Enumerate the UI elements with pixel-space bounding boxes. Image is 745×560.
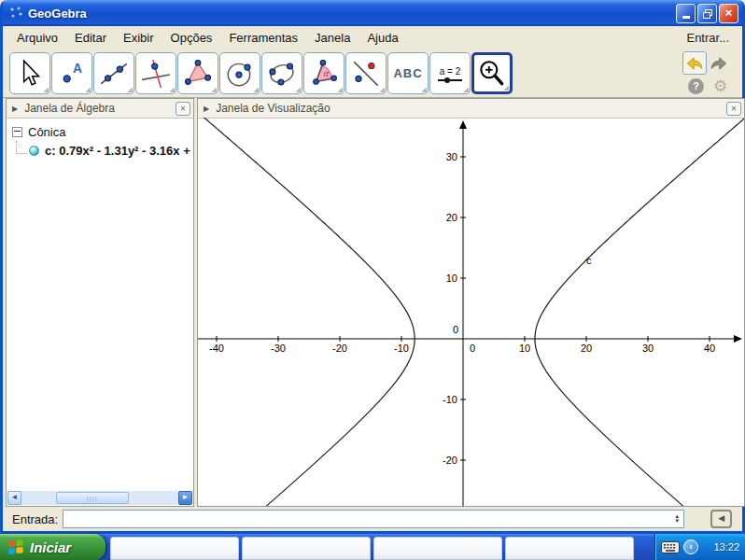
minimize-button[interactable] bbox=[676, 4, 696, 23]
graphics-canvas[interactable]: -40-30-20-1010203040302010-10-2000c bbox=[198, 118, 744, 506]
titlebar[interactable]: GeoGebra × bbox=[3, 0, 742, 26]
tool-slider[interactable]: a = 2 ◢ bbox=[429, 52, 471, 94]
svg-text:0: 0 bbox=[453, 324, 458, 335]
start-button[interactable]: Iniciar bbox=[0, 534, 105, 560]
menu-items: ArquivoEditarExibirOpçõesFerramentasJane… bbox=[8, 28, 407, 48]
restore-button[interactable] bbox=[697, 4, 717, 23]
input-label: Entrada: bbox=[12, 512, 58, 526]
ellipse-icon bbox=[266, 58, 298, 90]
menu-item-5[interactable]: Ferramentas bbox=[220, 28, 306, 48]
taskbar-window-button[interactable] bbox=[242, 537, 371, 560]
menu-item-6[interactable]: Janela bbox=[306, 28, 358, 48]
graphics-panel-title: Janela de Visualização bbox=[216, 102, 330, 115]
close-icon: × bbox=[725, 5, 733, 21]
object-visibility-sphere-icon[interactable] bbox=[29, 146, 39, 156]
taskbar-window-button[interactable] bbox=[110, 537, 239, 560]
menu-item-2[interactable]: Editar bbox=[66, 28, 115, 48]
circle-icon bbox=[224, 58, 256, 90]
input-help-toggle-button[interactable]: ◀ bbox=[710, 510, 732, 528]
line-icon bbox=[98, 58, 130, 90]
svg-text:30: 30 bbox=[446, 151, 457, 162]
tool-move[interactable]: ◢ bbox=[9, 52, 50, 94]
perpendicular-line-icon bbox=[140, 58, 172, 90]
system-tray: ‹ 13:22 bbox=[654, 534, 745, 560]
tool-dropdown-arrow[interactable]: ◢ bbox=[170, 86, 175, 92]
tool-dropdown-arrow[interactable]: ◢ bbox=[44, 86, 49, 92]
svg-text:-20: -20 bbox=[332, 343, 347, 354]
taskbar-window-button[interactable] bbox=[373, 537, 502, 560]
scroll-left-button[interactable]: ◄ bbox=[7, 491, 21, 505]
svg-text:-10: -10 bbox=[394, 343, 409, 354]
graphics-close-button[interactable]: × bbox=[726, 102, 741, 116]
tool-text[interactable]: ABC ◢ bbox=[387, 52, 429, 94]
tool-perpendicular-line[interactable]: ◢ bbox=[135, 52, 176, 94]
undo-button[interactable] bbox=[682, 51, 707, 75]
text-tool-icon: ABC bbox=[393, 66, 422, 80]
svg-text:40: 40 bbox=[704, 343, 715, 354]
menu-item-1[interactable]: Arquivo bbox=[8, 28, 66, 48]
tree-connector bbox=[16, 141, 27, 154]
tool-angle[interactable]: α ◢ bbox=[303, 52, 344, 94]
tool-dropdown-arrow[interactable]: ◢ bbox=[212, 86, 217, 92]
geogebra-app: GeoGebra × ArquivoEditarExibirOpçõesFerr… bbox=[0, 0, 745, 560]
tool-line[interactable]: ◢ bbox=[93, 52, 134, 94]
entrada-input[interactable] bbox=[63, 512, 670, 526]
panel-menu-arrow-icon[interactable]: ▶ bbox=[12, 105, 18, 113]
panel-menu-arrow-icon[interactable]: ▶ bbox=[204, 105, 209, 113]
algebra-horizontal-scrollbar[interactable]: ◄ ► bbox=[7, 491, 192, 505]
tree-item-conic-c[interactable]: c: 0.79x² - 1.31y² - 3.16x + 5. bbox=[12, 141, 193, 160]
close-button[interactable]: × bbox=[719, 4, 738, 23]
tool-dropdown-arrow[interactable]: ◢ bbox=[128, 86, 133, 92]
svg-text:10: 10 bbox=[446, 273, 457, 284]
settings-gear-icon[interactable]: ⚙ bbox=[713, 78, 727, 94]
menu-item-7[interactable]: Ajuda bbox=[358, 28, 406, 48]
tool-circle[interactable]: ◢ bbox=[219, 52, 260, 94]
minimize-icon bbox=[682, 16, 690, 19]
taskbar-window-button[interactable] bbox=[505, 537, 634, 560]
sign-in-link[interactable]: Entrar... bbox=[686, 31, 729, 45]
svg-text:20: 20 bbox=[446, 212, 457, 223]
graphics-panel: ▶ Janela de Visualização × -40-30-20-101… bbox=[197, 98, 745, 507]
reflection-icon bbox=[350, 58, 382, 90]
keyboard-tray-icon[interactable] bbox=[661, 541, 680, 553]
scroll-right-button[interactable]: ► bbox=[178, 491, 192, 505]
window-title: GeoGebra bbox=[28, 7, 674, 21]
algebra-close-button[interactable]: × bbox=[176, 102, 190, 116]
tool-polygon[interactable]: ◢ bbox=[177, 52, 218, 94]
svg-text:20: 20 bbox=[581, 343, 592, 354]
help-button[interactable]: ? bbox=[688, 78, 704, 94]
algebra-panel: ▶ Janela de Álgebra × Cônica c: 0.79x² -… bbox=[6, 98, 194, 507]
tool-point[interactable]: A ◢ bbox=[51, 52, 92, 94]
tool-reflection[interactable]: ◢ bbox=[345, 52, 387, 94]
collapse-icon[interactable] bbox=[12, 127, 22, 137]
input-history-spinner[interactable]: ▲ ▼ bbox=[670, 514, 683, 524]
start-label: Iniciar bbox=[30, 539, 71, 555]
redo-button[interactable] bbox=[707, 51, 731, 75]
tool-dropdown-arrow[interactable]: ◢ bbox=[380, 86, 385, 92]
spin-down-icon[interactable]: ▼ bbox=[674, 519, 680, 524]
geogebra-window: GeoGebra × ArquivoEditarExibirOpçõesFerr… bbox=[0, 0, 745, 534]
windows-flag-icon bbox=[7, 539, 24, 555]
tool-dropdown-arrow[interactable]: ◢ bbox=[86, 86, 91, 92]
redo-icon bbox=[710, 56, 728, 71]
tool-dropdown-arrow[interactable]: ◢ bbox=[504, 84, 509, 91]
tool-dropdown-arrow[interactable]: ◢ bbox=[422, 86, 427, 92]
move-cursor-icon bbox=[14, 58, 46, 90]
input-field-wrap: ▲ ▼ bbox=[63, 510, 684, 528]
tree-group-conic[interactable]: Cônica bbox=[12, 125, 193, 139]
scrollbar-thumb[interactable] bbox=[56, 492, 129, 504]
menu-item-3[interactable]: Exibir bbox=[115, 28, 162, 48]
tool-dropdown-arrow[interactable]: ◢ bbox=[464, 86, 469, 92]
tool-ellipse[interactable]: ◢ bbox=[261, 52, 302, 94]
tool-dropdown-arrow[interactable]: ◢ bbox=[254, 86, 259, 92]
menu-item-4[interactable]: Opções bbox=[162, 28, 221, 48]
polygon-icon bbox=[182, 58, 214, 90]
svg-text:-10: -10 bbox=[443, 394, 457, 405]
taskbar-clock[interactable]: 13:22 bbox=[713, 541, 739, 553]
hide-icons-chevron[interactable]: ‹ bbox=[683, 539, 698, 554]
svg-text:10: 10 bbox=[519, 343, 530, 354]
tool-dropdown-arrow[interactable]: ◢ bbox=[296, 86, 301, 92]
tool-dropdown-arrow[interactable]: ◢ bbox=[338, 86, 343, 92]
tool-zoom-in[interactable]: ◢ bbox=[471, 52, 513, 94]
taskbar: Iniciar ‹ 13:22 bbox=[0, 534, 745, 560]
